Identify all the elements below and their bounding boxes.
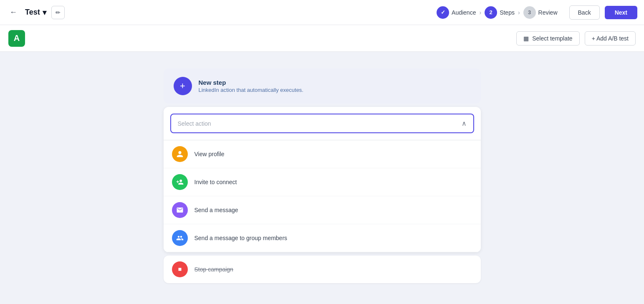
action-select-field[interactable]: Select action ∧ <box>170 114 474 133</box>
step-review: 3 Review <box>523 6 558 19</box>
option-view-profile[interactable]: View profile <box>164 140 481 168</box>
step-steps-label: Steps <box>500 9 515 16</box>
select-template-label: Select template <box>532 35 573 42</box>
chevron-up-icon: ∧ <box>462 119 467 127</box>
stop-campaign-card: Stop campaign <box>164 256 481 283</box>
main-content: + New step LinkedIn action that automati… <box>0 52 644 304</box>
new-step-text: New step LinkedIn action that automatica… <box>199 79 303 93</box>
new-step-card: + New step LinkedIn action that automati… <box>164 68 481 104</box>
send-group-message-label: Send a message to group members <box>194 235 288 241</box>
step-steps: 2 Steps <box>485 6 515 19</box>
step-steps-circle: 2 <box>485 6 497 19</box>
invite-connect-icon <box>172 174 188 190</box>
next-button[interactable]: Next <box>605 6 637 19</box>
view-profile-label: View profile <box>194 151 225 157</box>
add-ab-test-button[interactable]: + Add A/B test <box>585 31 636 46</box>
option-invite-connect[interactable]: Invite to connect <box>164 168 481 196</box>
step-arrow-2: › <box>518 9 520 16</box>
progress-stepper: ✓ Audience › 2 Steps › 3 Review <box>437 6 557 19</box>
new-step-title: New step <box>199 79 303 86</box>
step-review-number: 3 <box>528 9 531 15</box>
action-select-placeholder: Select action <box>178 120 211 127</box>
select-template-button[interactable]: ▦ Select template <box>516 31 580 46</box>
chevron-down-icon[interactable]: ▾ <box>43 8 46 17</box>
invite-connect-label: Invite to connect <box>194 179 237 185</box>
plus-icon: + <box>180 81 185 91</box>
svg-rect-0 <box>178 268 181 271</box>
campaign-name-text: Test <box>25 8 40 17</box>
navigate-back-button[interactable]: ← <box>7 6 20 19</box>
template-icon: ▦ <box>523 35 529 42</box>
option-send-group-message[interactable]: Send a message to group members <box>164 224 481 252</box>
action-dropdown-container: Select action ∧ View profile Invit <box>164 107 481 252</box>
dropdown-options-list: View profile Invite to connect Send a me… <box>164 140 481 252</box>
step-audience: ✓ Audience <box>437 6 476 19</box>
edit-campaign-button[interactable]: ✏ <box>51 6 65 19</box>
back-button[interactable]: Back <box>569 5 600 20</box>
option-send-message[interactable]: Send a message <box>164 196 481 224</box>
send-message-icon <box>172 202 188 218</box>
step-audience-icon: ✓ <box>441 9 445 15</box>
new-step-subtitle: LinkedIn action that automatically execu… <box>199 87 303 93</box>
step-review-circle: 3 <box>523 6 536 19</box>
send-message-label: Send a message <box>194 207 238 213</box>
step-audience-label: Audience <box>452 9 476 16</box>
avatar-letter: A <box>14 33 20 43</box>
step-arrow-1: › <box>479 9 481 16</box>
view-profile-icon <box>172 146 188 162</box>
campaign-name: Test ▾ <box>25 8 46 17</box>
step-steps-number: 2 <box>490 9 492 15</box>
top-header: ← Test ▾ ✏ ✓ Audience › 2 Steps › 3 Revi… <box>0 0 644 25</box>
stop-campaign-icon <box>172 261 188 277</box>
add-ab-test-label: + Add A/B test <box>592 35 629 42</box>
sub-header: A ▦ Select template + Add A/B test <box>0 25 644 52</box>
step-audience-circle: ✓ <box>437 6 449 19</box>
step-review-label: Review <box>538 9 558 16</box>
send-group-message-icon <box>172 230 188 246</box>
avatar: A <box>8 30 25 47</box>
stop-campaign-label: Stop campaign <box>194 266 233 273</box>
add-step-button[interactable]: + <box>174 77 192 95</box>
edit-icon: ✏ <box>56 9 61 16</box>
